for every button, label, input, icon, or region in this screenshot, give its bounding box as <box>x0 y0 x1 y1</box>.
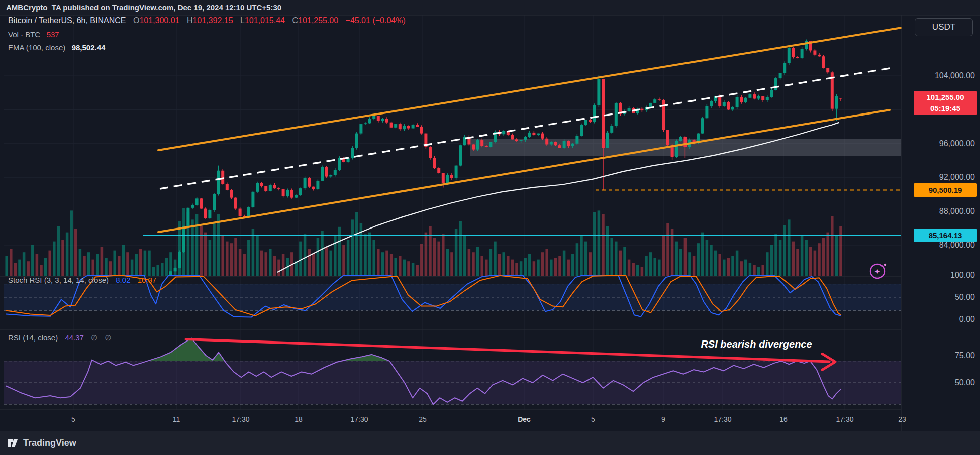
stoch-rsi-legend-row[interactable]: Stoch RSI (3, 3, 14, 14, close) 8.02 10.… <box>8 276 156 284</box>
rsi-empty-value-2: ∅ <box>105 333 111 342</box>
rsi-value: 44.37 <box>65 333 84 342</box>
stoch-axis-label[interactable]: 50.00 <box>906 293 975 302</box>
stoch-k-value: 8.02 <box>116 276 130 284</box>
price-axis-label[interactable]: 88,000.00 <box>906 207 975 216</box>
last-price-badge[interactable]: 101,255.0005:19:45 <box>914 91 977 115</box>
time-axis-label[interactable]: 23 <box>898 415 906 423</box>
chart-canvas[interactable]: ✦ <box>0 0 980 455</box>
ema-label[interactable]: EMA (100, close) <box>8 43 65 52</box>
volume-series <box>5 208 842 276</box>
low-value: 101,015.44 <box>245 16 285 25</box>
svg-text:✦: ✦ <box>874 267 881 276</box>
stoch-d-value: 10.37 <box>138 276 157 284</box>
cyan-line-price-badge[interactable]: 85,164.13 <box>914 229 977 242</box>
time-axis-label[interactable]: 5 <box>71 415 75 423</box>
time-axis-label[interactable]: 17:30 <box>836 415 853 423</box>
time-axis-label[interactable]: 17:30 <box>350 415 368 423</box>
tradingview-snapshot: AMBCrypto_TA published on TradingView.co… <box>0 0 980 455</box>
symbol-legend-row[interactable]: Bitcoin / TetherUS, 6h, BINANCE O101,300… <box>8 16 406 25</box>
footer-bar: TradingView <box>0 431 980 455</box>
rsi-empty-value-1: ∅ <box>91 333 97 342</box>
volume-legend-row[interactable]: Vol · BTC 537 <box>8 30 59 39</box>
currency-toggle-button[interactable]: USDT <box>915 18 973 36</box>
orange-line-price-badge[interactable]: 90,500.19 <box>914 183 977 197</box>
rsi-axis-label[interactable]: 50.00 <box>906 378 975 387</box>
tradingview-brand[interactable]: TradingView <box>23 438 76 448</box>
rsi-label[interactable]: RSI (14, close) <box>8 333 58 342</box>
volume-label[interactable]: Vol · BTC <box>8 30 40 39</box>
time-axis-label[interactable]: 5 <box>591 415 595 423</box>
open-label: O <box>133 16 139 25</box>
stoch-axis-label[interactable]: 100.00 <box>906 271 975 280</box>
stoch-rsi-label[interactable]: Stoch RSI (3, 3, 14, 14, close) <box>8 276 109 284</box>
time-axis-label[interactable]: 18 <box>295 415 303 423</box>
close-label: C <box>292 16 298 25</box>
rsi-legend-row[interactable]: RSI (14, close) 44.37 ∅ ∅ <box>8 333 111 343</box>
rsi-axis-label[interactable]: 75.00 <box>906 351 975 360</box>
low-label: L <box>240 16 245 25</box>
candles-series <box>152 40 842 308</box>
last-price-value: 101,255.00 <box>914 92 977 103</box>
time-axis-label[interactable]: 25 <box>419 415 427 423</box>
grid-lines <box>4 15 901 410</box>
high-label: H <box>187 16 193 25</box>
stoch-axis-label[interactable]: 0.00 <box>906 315 975 324</box>
time-axis-label[interactable]: 16 <box>779 415 788 423</box>
price-axis-label[interactable]: 92,000.00 <box>906 173 975 182</box>
time-axis-label[interactable]: 9 <box>661 415 665 423</box>
time-axis-label[interactable]: 17:30 <box>232 415 249 423</box>
symbol-title[interactable]: Bitcoin / TetherUS, 6h, BINANCE <box>8 16 126 25</box>
volume-value: 537 <box>47 30 59 39</box>
price-axis-label[interactable]: 104,000.00 <box>906 71 975 80</box>
time-axis-label[interactable]: Dec <box>518 415 531 423</box>
time-axis-label[interactable]: 17:30 <box>714 415 731 423</box>
tradingview-logo-icon[interactable] <box>7 437 20 450</box>
close-value: 101,255.00 <box>298 16 338 25</box>
ema-legend-row[interactable]: EMA (100, close) 98,502.44 <box>8 43 105 52</box>
ema-value: 98,502.44 <box>72 43 106 52</box>
high-value: 101,392.15 <box>192 16 233 25</box>
price-axis-label[interactable]: 96,000.00 <box>906 139 975 148</box>
time-axis-label[interactable]: 11 <box>173 415 180 423</box>
change-value: −45.01 (−0.04%) <box>346 16 406 25</box>
open-value: 101,300.01 <box>139 16 179 25</box>
divergence-annotation[interactable]: RSI bearish divergence <box>683 338 829 350</box>
bar-countdown: 05:19:45 <box>914 103 977 114</box>
